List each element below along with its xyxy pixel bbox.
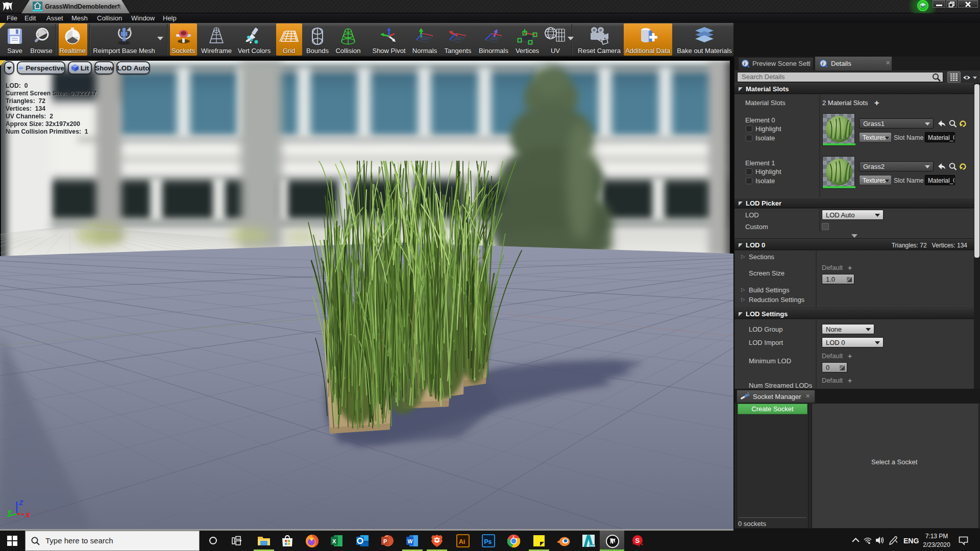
- svg-text:P: P: [383, 538, 387, 544]
- svg-text:MAYA: MAYA: [590, 544, 596, 547]
- svg-text:W: W: [407, 538, 412, 544]
- svg-text:X: X: [25, 511, 31, 519]
- svg-text:X: X: [332, 538, 336, 544]
- svg-text:Y: Y: [7, 509, 12, 516]
- svg-text:Z: Z: [18, 499, 23, 507]
- svg-text:Ai: Ai: [459, 538, 465, 545]
- svg-text:Ps: Ps: [484, 538, 492, 545]
- svg-text:S: S: [635, 537, 640, 544]
